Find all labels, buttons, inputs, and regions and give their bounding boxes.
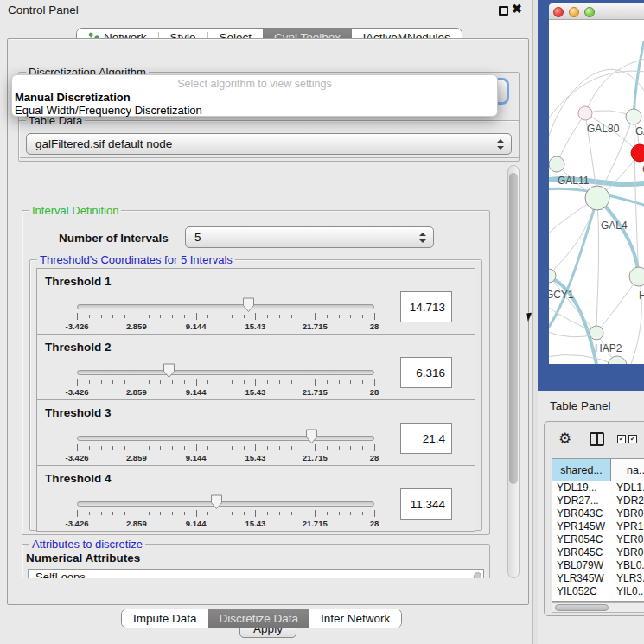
algorithm-hint-item[interactable]: Select algorithm to view settings (12, 78, 497, 90)
checkbox-icon[interactable]: ✓ (628, 435, 637, 443)
slider-handle[interactable] (163, 363, 175, 379)
cell-name[interactable]: YDL1... (611, 481, 644, 494)
node-label: GAL80 (587, 123, 620, 135)
slider-ticks (77, 313, 374, 321)
slider-tick-labels: -3.4262.8599.14415.4321.71528 (77, 519, 374, 528)
numerical-attributes-list[interactable]: SelfLoopsTopologicalCoefficientBetweenne… (28, 569, 484, 578)
cell-shared-name[interactable]: YDL19... (552, 481, 611, 494)
slider-track[interactable] (77, 304, 374, 309)
cell-name[interactable]: YER0... (611, 533, 644, 546)
table-row[interactable]: YER054CYER0... (552, 533, 644, 546)
cell-name[interactable]: YBL0... (611, 559, 644, 572)
close-light-red[interactable] (553, 7, 564, 17)
algorithm-item-manual[interactable]: Manual Discretization (15, 91, 131, 104)
node-gal11[interactable] (549, 156, 564, 172)
mode-tab-discretize-data[interactable]: Discretize Data (208, 609, 310, 628)
cell-shared-name[interactable]: YBL079W (552, 559, 611, 572)
table-panel-title: Table Panel (550, 399, 611, 412)
slider-handle[interactable] (305, 429, 318, 444)
node-table[interactable]: shared... na... YDL19...YDL1...YDR27...Y… (552, 458, 644, 602)
columns-icon[interactable] (590, 432, 604, 446)
threshold-list: Threshold 1 -3.4262.8599.14415.4321.7152… (36, 269, 475, 532)
cell-shared-name[interactable]: YBR045C (552, 546, 611, 559)
numerical-attributes-label: Numerical Attributes (26, 552, 140, 564)
threshold-slider[interactable]: -3.4262.8599.14415.4321.71528 (77, 466, 374, 532)
cell-name[interactable]: YDR2... (611, 494, 644, 507)
cell-shared-name[interactable]: YLR345W (552, 572, 611, 585)
node-bottom[interactable] (608, 356, 627, 364)
combo-spinner-icon (419, 233, 426, 243)
number-of-intervals-combo[interactable]: 5 (185, 226, 434, 248)
column-header-shared[interactable]: shared... (552, 459, 611, 481)
network-canvas[interactable]: GAL80GACGAL11GAL4GCY1HHAP2 (549, 20, 644, 364)
checkbox-icon[interactable]: ✓ (617, 435, 626, 443)
slider-tick-labels: -3.4262.8599.14415.4321.71528 (77, 322, 374, 331)
threshold-panel: Threshold 1 -3.4262.8599.14415.4321.7152… (36, 268, 475, 335)
cell-name[interactable]: YBR0... (611, 507, 644, 520)
mouse-cursor (526, 313, 532, 322)
network-view-window[interactable]: GAL80GACGAL11GAL4GCY1HHAP2 (538, 0, 644, 391)
algorithm-item-equal-width[interactable]: Equal Width/Frequency Discretization (15, 104, 202, 117)
tab-label: Impute Data (133, 612, 197, 625)
node-red[interactable] (631, 144, 644, 162)
vertical-scrollbar[interactable] (507, 165, 520, 578)
close-icon[interactable]: ✖ (512, 2, 522, 16)
list-scrollbar[interactable] (474, 572, 481, 578)
cell-name[interactable]: YLR3... (611, 572, 644, 585)
horizontal-scrollbar-thumb[interactable] (555, 604, 609, 611)
table-row[interactable]: YIL052CYIL0... (552, 585, 644, 598)
table-data-combo[interactable]: galFiltered.sif default node (26, 133, 512, 155)
number-of-intervals-label: Number of Intervals (59, 232, 169, 245)
threshold-value-box[interactable]: 11.344 (400, 488, 452, 520)
table-data-combo-value: galFiltered.sif default node (35, 137, 172, 150)
mode-tab-impute-data[interactable]: Impute Data (122, 609, 208, 628)
slider-track[interactable] (77, 501, 374, 507)
mode-tab-infer-network[interactable]: Infer Network (309, 609, 401, 628)
attribute-item[interactable]: SelfLoops (29, 570, 483, 578)
node-label: GA (635, 125, 644, 137)
cell-shared-name[interactable]: YIL052C (552, 585, 611, 598)
node-right[interactable] (629, 267, 644, 286)
threshold-slider[interactable]: -3.4262.8599.14415.4321.71528 (77, 335, 374, 401)
table-horizontal-scrollbar[interactable] (552, 602, 644, 613)
vertical-scrollbar-thumb[interactable] (509, 173, 518, 484)
cell-shared-name[interactable]: YPR145W (552, 520, 611, 533)
cell-name[interactable]: YBR0... (611, 546, 644, 559)
column-header-name[interactable]: na... (611, 459, 644, 481)
table-row[interactable]: YBL079WYBL0... (552, 559, 644, 572)
node-top-right[interactable] (626, 109, 641, 124)
table-row[interactable]: YBR043CYBR0... (552, 507, 644, 520)
node-gal80[interactable] (578, 106, 592, 120)
threshold-slider[interactable]: -3.4262.8599.14415.4321.71528 (77, 269, 374, 335)
slider-ticks (77, 510, 374, 518)
cell-shared-name[interactable]: YER054C (552, 533, 611, 546)
threshold-value-box[interactable]: 14.713 (400, 291, 452, 322)
cell-name[interactable]: YPR1... (611, 520, 644, 533)
float-window-icon[interactable] (499, 6, 508, 16)
node-label: HAP2 (595, 342, 622, 354)
table-row[interactable]: YDR27...YDR2... (552, 494, 644, 507)
slider-tick-labels: -3.4262.8599.14415.4321.71528 (77, 453, 374, 462)
tab-label: Discretize Data (220, 612, 299, 625)
cell-name[interactable]: YIL0... (611, 585, 644, 598)
threshold-slider[interactable]: -3.4262.8599.14415.4321.71528 (77, 400, 374, 467)
node-gal4[interactable] (585, 186, 609, 210)
attributes-group: Attributes to discretize Numerical Attri… (22, 544, 490, 578)
threshold-value-box[interactable]: 6.316 (400, 357, 452, 388)
table-row[interactable]: YDL19...YDL1... (552, 481, 644, 494)
table-row[interactable]: YBR045CYBR0... (552, 546, 644, 559)
slider-track[interactable] (77, 370, 374, 375)
minimize-light-yellow[interactable] (569, 7, 579, 17)
table-row[interactable]: YPR145WYPR1... (552, 520, 644, 533)
cell-shared-name[interactable]: YDR27... (552, 494, 611, 507)
table-row[interactable]: YLR345WYLR3... (552, 572, 644, 585)
threshold-value-box[interactable]: 21.4 (400, 423, 452, 454)
slider-handle[interactable] (242, 297, 255, 313)
cell-shared-name[interactable]: YBR043C (552, 507, 611, 520)
zoom-light-green[interactable] (584, 7, 595, 17)
interval-definition-group: Interval Definition Number of Intervals … (22, 210, 490, 535)
slider-track[interactable] (77, 436, 374, 441)
gear-icon[interactable]: ⚙ (558, 431, 571, 447)
slider-handle[interactable] (210, 494, 223, 510)
node-hap2[interactable] (590, 326, 603, 340)
